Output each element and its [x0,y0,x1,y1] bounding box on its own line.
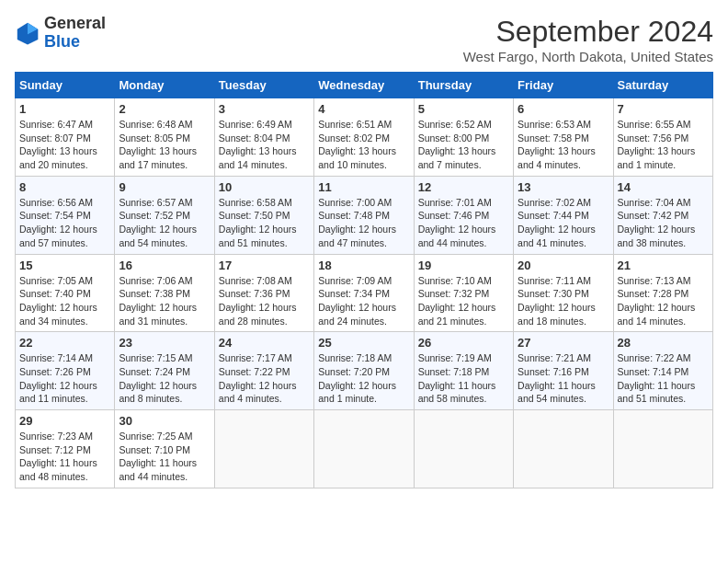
col-friday: Friday [514,73,613,98]
day-number: 18 [318,259,409,272]
day-number: 26 [418,336,509,350]
calendar-cell: 4 Sunrise: 6:51 AM Sunset: 8:02 PM Dayli… [314,98,414,177]
day-number: 21 [618,259,709,272]
day-number: 7 [618,102,709,116]
calendar-cell: 23 Sunrise: 7:15 AM Sunset: 7:24 PM Dayl… [115,332,214,410]
day-number: 5 [418,102,509,116]
calendar-cell: 1 Sunrise: 6:47 AM Sunset: 8:07 PM Dayli… [16,98,115,177]
logo-text: General Blue [44,15,106,52]
calendar-cell: 26 Sunrise: 7:19 AM Sunset: 7:18 PM Dayl… [414,332,513,410]
day-number: 1 [19,102,110,116]
calendar-cell: 11 Sunrise: 7:00 AM Sunset: 7:48 PM Dayl… [314,176,414,254]
calendar-cell: 24 Sunrise: 7:17 AM Sunset: 7:22 PM Dayl… [214,332,313,410]
day-info: Sunrise: 7:06 AM Sunset: 7:38 PM Dayligh… [119,274,210,328]
day-info: Sunrise: 7:08 AM Sunset: 7:36 PM Dayligh… [219,274,310,328]
day-info: Sunrise: 6:53 AM Sunset: 7:58 PM Dayligh… [518,118,609,172]
day-number: 29 [19,414,110,428]
day-number: 13 [518,180,609,194]
day-number: 27 [518,336,609,350]
day-info: Sunrise: 7:02 AM Sunset: 7:44 PM Dayligh… [518,196,609,250]
day-number: 6 [518,102,609,116]
day-number: 22 [19,336,110,350]
calendar-body: 1 Sunrise: 6:47 AM Sunset: 8:07 PM Dayli… [16,98,713,488]
calendar-cell: 21 Sunrise: 7:13 AM Sunset: 7:28 PM Dayl… [613,254,712,332]
logo: General Blue [15,15,106,52]
day-number: 14 [618,180,709,194]
calendar-cell: 28 Sunrise: 7:22 AM Sunset: 7:14 PM Dayl… [613,332,712,410]
day-number: 24 [219,336,310,350]
calendar-cell: 27 Sunrise: 7:21 AM Sunset: 7:16 PM Dayl… [514,332,613,410]
col-tuesday: Tuesday [214,73,313,98]
calendar-cell [613,410,712,488]
day-info: Sunrise: 6:49 AM Sunset: 8:04 PM Dayligh… [219,118,310,172]
calendar-cell: 25 Sunrise: 7:18 AM Sunset: 7:20 PM Dayl… [314,332,414,410]
week-row: 22 Sunrise: 7:14 AM Sunset: 7:26 PM Dayl… [16,332,713,410]
calendar-cell: 18 Sunrise: 7:09 AM Sunset: 7:34 PM Dayl… [314,254,414,332]
day-info: Sunrise: 6:58 AM Sunset: 7:50 PM Dayligh… [219,196,310,250]
location-subtitle: West Fargo, North Dakota, United States [463,49,713,64]
day-info: Sunrise: 7:01 AM Sunset: 7:46 PM Dayligh… [418,196,509,250]
calendar-cell: 10 Sunrise: 6:58 AM Sunset: 7:50 PM Dayl… [214,176,313,254]
day-info: Sunrise: 6:57 AM Sunset: 7:52 PM Dayligh… [119,196,210,250]
day-info: Sunrise: 7:23 AM Sunset: 7:12 PM Dayligh… [19,430,110,484]
day-number: 17 [219,259,310,272]
day-info: Sunrise: 7:21 AM Sunset: 7:16 PM Dayligh… [518,351,609,406]
calendar-cell: 14 Sunrise: 7:04 AM Sunset: 7:42 PM Dayl… [613,176,712,254]
day-info: Sunrise: 7:05 AM Sunset: 7:40 PM Dayligh… [19,274,110,328]
day-info: Sunrise: 7:14 AM Sunset: 7:26 PM Dayligh… [19,351,110,406]
calendar-cell: 2 Sunrise: 6:48 AM Sunset: 8:05 PM Dayli… [115,98,214,177]
day-info: Sunrise: 6:55 AM Sunset: 7:56 PM Dayligh… [618,118,709,172]
day-number: 25 [318,336,409,350]
day-info: Sunrise: 7:09 AM Sunset: 7:34 PM Dayligh… [318,274,409,328]
day-number: 3 [219,102,310,116]
calendar-cell [214,410,313,488]
day-number: 10 [219,180,310,194]
day-number: 9 [119,180,210,194]
title-area: September 2024 West Fargo, North Dakota,… [463,15,713,64]
day-info: Sunrise: 7:11 AM Sunset: 7:30 PM Dayligh… [518,274,609,328]
calendar-cell: 16 Sunrise: 7:06 AM Sunset: 7:38 PM Dayl… [115,254,214,332]
calendar-cell: 19 Sunrise: 7:10 AM Sunset: 7:32 PM Dayl… [414,254,513,332]
calendar-cell [514,410,613,488]
week-row: 15 Sunrise: 7:05 AM Sunset: 7:40 PM Dayl… [16,254,713,332]
day-number: 4 [318,102,409,116]
header-row: Sunday Monday Tuesday Wednesday Thursday… [16,73,713,98]
day-info: Sunrise: 7:00 AM Sunset: 7:48 PM Dayligh… [318,196,409,250]
day-info: Sunrise: 7:15 AM Sunset: 7:24 PM Dayligh… [119,351,210,406]
day-info: Sunrise: 6:47 AM Sunset: 8:07 PM Dayligh… [19,118,110,172]
day-info: Sunrise: 6:56 AM Sunset: 7:54 PM Dayligh… [19,196,110,250]
calendar-cell: 5 Sunrise: 6:52 AM Sunset: 8:00 PM Dayli… [414,98,513,177]
calendar-table: Sunday Monday Tuesday Wednesday Thursday… [15,72,713,488]
day-number: 30 [119,414,210,428]
day-number: 23 [119,336,210,350]
page-header: General Blue September 2024 West Fargo, … [15,15,713,64]
calendar-cell: 15 Sunrise: 7:05 AM Sunset: 7:40 PM Dayl… [16,254,115,332]
day-info: Sunrise: 7:17 AM Sunset: 7:22 PM Dayligh… [219,351,310,406]
day-info: Sunrise: 6:52 AM Sunset: 8:00 PM Dayligh… [418,118,509,172]
week-row: 1 Sunrise: 6:47 AM Sunset: 8:07 PM Dayli… [16,98,713,177]
calendar-cell: 6 Sunrise: 6:53 AM Sunset: 7:58 PM Dayli… [514,98,613,177]
day-info: Sunrise: 7:25 AM Sunset: 7:10 PM Dayligh… [119,430,210,484]
calendar-cell: 22 Sunrise: 7:14 AM Sunset: 7:26 PM Dayl… [16,332,115,410]
day-number: 16 [119,259,210,272]
day-info: Sunrise: 7:13 AM Sunset: 7:28 PM Dayligh… [618,274,709,328]
day-number: 28 [618,336,709,350]
calendar-cell: 12 Sunrise: 7:01 AM Sunset: 7:46 PM Dayl… [414,176,513,254]
calendar-cell: 30 Sunrise: 7:25 AM Sunset: 7:10 PM Dayl… [115,410,214,488]
calendar-cell: 29 Sunrise: 7:23 AM Sunset: 7:12 PM Dayl… [16,410,115,488]
calendar-cell: 9 Sunrise: 6:57 AM Sunset: 7:52 PM Dayli… [115,176,214,254]
day-info: Sunrise: 7:19 AM Sunset: 7:18 PM Dayligh… [418,351,509,406]
calendar-cell: 17 Sunrise: 7:08 AM Sunset: 7:36 PM Dayl… [214,254,313,332]
day-info: Sunrise: 6:48 AM Sunset: 8:05 PM Dayligh… [119,118,210,172]
col-wednesday: Wednesday [314,73,414,98]
col-sunday: Sunday [16,73,115,98]
calendar-cell: 3 Sunrise: 6:49 AM Sunset: 8:04 PM Dayli… [214,98,313,177]
calendar-cell: 20 Sunrise: 7:11 AM Sunset: 7:30 PM Dayl… [514,254,613,332]
day-info: Sunrise: 7:04 AM Sunset: 7:42 PM Dayligh… [618,196,709,250]
col-thursday: Thursday [414,73,513,98]
day-number: 11 [318,180,409,194]
day-number: 19 [418,259,509,272]
day-number: 15 [19,259,110,272]
day-number: 8 [19,180,110,194]
col-monday: Monday [115,73,214,98]
